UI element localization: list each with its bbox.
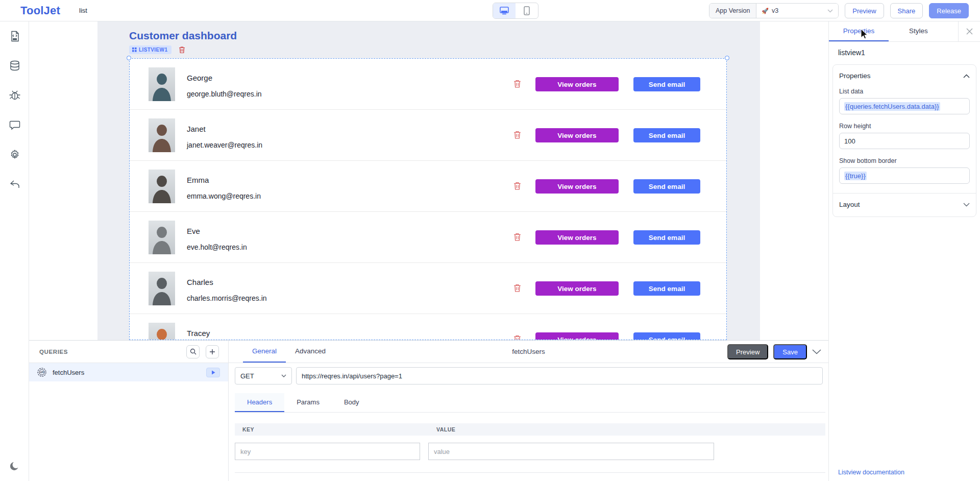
bug-icon [9, 90, 21, 101]
editor-sidebar [0, 21, 29, 481]
app-version-group: App Version 🚀 v3 [709, 3, 839, 18]
url-input[interactable] [296, 367, 823, 384]
view-orders-button[interactable]: View orders [535, 179, 619, 194]
divider [235, 472, 825, 473]
preview-button[interactable]: Preview [845, 3, 884, 18]
section-layout[interactable]: Layout [839, 194, 970, 217]
delete-row-icon[interactable] [513, 334, 521, 340]
app-canvas[interactable]: Customer dashboard LISTVIEW1 George geor… [97, 21, 760, 340]
database-icon [9, 60, 20, 71]
search-query-button[interactable] [186, 345, 200, 358]
play-icon [211, 370, 215, 375]
listview-widget-icon [132, 47, 137, 52]
chevron-down-icon [281, 374, 286, 377]
sidebar-item-pages[interactable] [0, 21, 29, 51]
widget-badge-label: LISTVIEW1 [139, 47, 167, 53]
release-button[interactable]: Release [929, 3, 969, 18]
delete-row-icon[interactable] [513, 232, 521, 242]
method-select[interactable]: GET [235, 367, 292, 384]
view-orders-button[interactable]: View orders [535, 230, 619, 245]
list-data-value: {{queries.fetchUsers.data.data}} [844, 102, 940, 111]
send-email-button[interactable]: Send email [633, 128, 700, 142]
sidebar-item-datasources[interactable] [0, 51, 29, 81]
page-title[interactable]: Customer dashboard [129, 30, 237, 42]
user-name: Charles [187, 278, 213, 286]
tab-params[interactable]: Params [284, 393, 332, 412]
key-input[interactable] [235, 443, 420, 460]
resize-handle[interactable] [127, 56, 131, 60]
list-item: Charles charles.morris@reqres.in View or… [130, 263, 726, 314]
sidebar-item-comments[interactable] [0, 110, 29, 140]
mobile-layout-button[interactable] [516, 3, 538, 18]
query-title: fetchUsers [512, 348, 545, 355]
version-value: v3 [772, 7, 778, 14]
tab-properties[interactable]: Properties [829, 21, 889, 41]
widget-delete-icon[interactable] [179, 46, 185, 54]
user-email: emma.wong@reqres.in [187, 192, 261, 200]
row-height-input[interactable]: 100 [839, 133, 970, 149]
value-input[interactable] [428, 443, 714, 460]
user-name: Tracey [187, 329, 210, 338]
request-subtabs: Headers Params Body [235, 393, 825, 413]
doc-link[interactable]: Listview documentation [838, 469, 904, 476]
dark-mode-toggle[interactable] [0, 461, 29, 472]
listview-widget[interactable]: George george.bluth@reqres.in View order… [129, 58, 727, 340]
version-select[interactable]: 🚀 v3 [756, 4, 838, 18]
device-layout-toggle [493, 3, 538, 19]
bottom-border-input[interactable]: {{true}} [839, 167, 970, 184]
delete-row-icon[interactable] [513, 181, 521, 190]
view-orders-button[interactable]: View orders [535, 77, 619, 91]
sidebar-item-settings[interactable] [0, 140, 29, 170]
list-data-input[interactable]: {{queries.fetchUsers.data.data}} [839, 98, 970, 114]
properties-section-label: Properties [839, 72, 871, 80]
tab-headers[interactable]: Headers [235, 393, 284, 412]
gear-icon [9, 149, 20, 160]
row-height-value: 100 [844, 137, 855, 145]
widget-inspector: Properties Styles listview1 Properties L… [828, 21, 980, 481]
rest-api-icon: API [36, 367, 47, 378]
tab-advanced[interactable]: Advanced [286, 341, 335, 363]
send-email-button[interactable]: Send email [633, 332, 700, 340]
topbar: ToolJet list App Version 🚀 v3 [0, 0, 980, 21]
view-orders-button[interactable]: View orders [535, 332, 619, 340]
sidebar-item-debugger[interactable] [0, 81, 29, 110]
app-name[interactable]: list [79, 7, 87, 14]
close-inspector-button[interactable] [958, 21, 980, 41]
page-icon [10, 31, 20, 42]
delete-row-icon[interactable] [513, 79, 521, 88]
editor-main-area: Customer dashboard LISTVIEW1 George geor… [29, 21, 828, 340]
desktop-layout-button[interactable] [493, 3, 516, 18]
query-preview-button[interactable]: Preview [727, 344, 768, 359]
run-query-button[interactable] [206, 368, 220, 377]
sidebar-item-undo[interactable] [0, 170, 29, 199]
tab-body[interactable]: Body [332, 393, 372, 412]
undo-arrow-icon [9, 179, 20, 189]
plus-icon [209, 349, 215, 355]
svg-text:API: API [40, 371, 44, 374]
section-properties[interactable]: Properties [839, 72, 970, 80]
query-save-button[interactable]: Save [773, 344, 807, 359]
send-email-button[interactable]: Send email [633, 179, 700, 194]
view-orders-button[interactable]: View orders [535, 128, 619, 142]
tab-styles[interactable]: Styles [889, 21, 948, 41]
delete-row-icon[interactable] [513, 130, 521, 139]
send-email-button[interactable]: Send email [633, 77, 700, 91]
add-query-button[interactable] [206, 345, 219, 358]
collapse-panel-icon[interactable] [812, 349, 821, 354]
tab-general[interactable]: General [243, 341, 286, 363]
list-item: George george.bluth@reqres.in View order… [130, 59, 726, 110]
inspector-card: Properties List data {{queries.fetchUser… [832, 64, 976, 217]
avatar [149, 221, 175, 254]
send-email-button[interactable]: Send email [633, 281, 700, 296]
delete-row-icon[interactable] [513, 283, 521, 293]
share-button[interactable]: Share [890, 3, 923, 18]
layout-section-label: Layout [839, 201, 860, 208]
resize-handle[interactable] [725, 56, 729, 60]
key-column-header: KEY [242, 426, 436, 432]
list-item: Janet janet.weaver@reqres.in View orders… [130, 110, 726, 161]
view-orders-button[interactable]: View orders [535, 281, 619, 296]
query-panel: QUERIES API fetchUsers [29, 340, 828, 481]
query-list-item[interactable]: API fetchUsers [29, 363, 228, 381]
send-email-button[interactable]: Send email [633, 230, 700, 245]
avatar [149, 67, 175, 101]
